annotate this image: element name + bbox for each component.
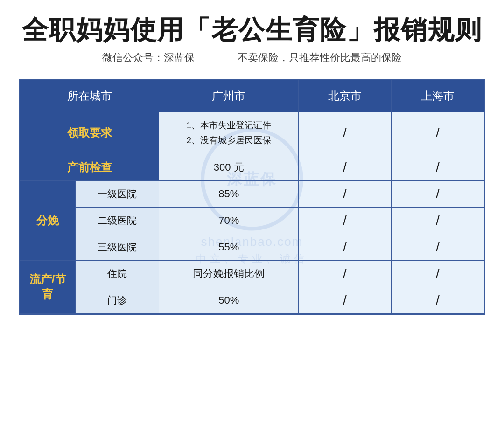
category-chanqian: 产前检查	[20, 154, 159, 180]
data-menzhen-gz: 50%	[159, 287, 299, 313]
table-row: 领取要求 1、本市失业登记证件2、没有城乡居民医保 / /	[20, 112, 484, 154]
subtitle-left: 微信公众号：深蓝保	[102, 52, 195, 63]
table-row: 门诊 50% / /	[20, 287, 484, 313]
table-row: 产前检查 300 元 / /	[20, 154, 484, 180]
data-y1-sh: /	[391, 180, 484, 207]
data-y1-gz: 85%	[159, 180, 299, 207]
sub-label-zhuyuan: 住院	[76, 260, 159, 287]
data-y2-gz: 70%	[159, 207, 299, 234]
data-linqu-gz: 1、本市失业登记证件2、没有城乡居民医保	[159, 112, 299, 154]
data-menzhen-bj: /	[298, 287, 391, 313]
table-row: 流产/节育 住院 同分娩报销比例 / /	[20, 260, 484, 287]
data-zhuyuan-bj: /	[298, 260, 391, 287]
main-table-wrapper: 深蓝保 shenlanbao.com 中立、专业、诚信 所在城市 广州市 北京市…	[19, 79, 485, 315]
data-table: 所在城市 广州市 北京市 上海市 领取要求 1、本市失业登记证件2、没有城乡居民…	[20, 80, 484, 314]
data-zhuyuan-gz: 同分娩报销比例	[159, 260, 299, 287]
data-y3-gz: 55%	[159, 234, 299, 260]
data-chanqian-bj: /	[298, 154, 391, 180]
data-chanqian-sh: /	[391, 154, 484, 180]
sub-label-menzhen: 门诊	[76, 287, 159, 313]
header-gz: 广州市	[159, 80, 299, 112]
page-title: 全职妈妈使用「老公生育险」报销规则	[22, 14, 482, 45]
table-row: 三级医院 55% / /	[20, 234, 484, 260]
table-header-row: 所在城市 广州市 北京市 上海市	[20, 80, 484, 112]
data-y3-sh: /	[391, 234, 484, 260]
category-fenwan: 分娩	[20, 180, 76, 260]
subtitle-right: 不卖保险，只推荐性价比最高的保险	[238, 52, 402, 63]
data-zhuyuan-sh: /	[391, 260, 484, 287]
header-bj: 北京市	[298, 80, 391, 112]
header-city-label: 所在城市	[20, 80, 159, 112]
data-y1-bj: /	[298, 180, 391, 207]
sub-label-y3: 三级医院	[76, 234, 159, 260]
category-linqu: 领取要求	[20, 112, 159, 154]
data-y3-bj: /	[298, 234, 391, 260]
data-linqu-bj: /	[298, 112, 391, 154]
table-row: 二级医院 70% / /	[20, 207, 484, 234]
sub-label-y2: 二级医院	[76, 207, 159, 234]
subtitle: 微信公众号：深蓝保 不卖保险，只推荐性价比最高的保险	[102, 51, 402, 65]
table-row: 分娩 一级医院 85% / /	[20, 180, 484, 207]
header-sh: 上海市	[391, 80, 484, 112]
data-y2-sh: /	[391, 207, 484, 234]
data-chanqian-gz: 300 元	[159, 154, 299, 180]
data-menzhen-sh: /	[391, 287, 484, 313]
data-linqu-sh: /	[391, 112, 484, 154]
category-liuchan: 流产/节育	[20, 260, 76, 313]
data-y2-bj: /	[298, 207, 391, 234]
sub-label-y1: 一级医院	[76, 180, 159, 207]
